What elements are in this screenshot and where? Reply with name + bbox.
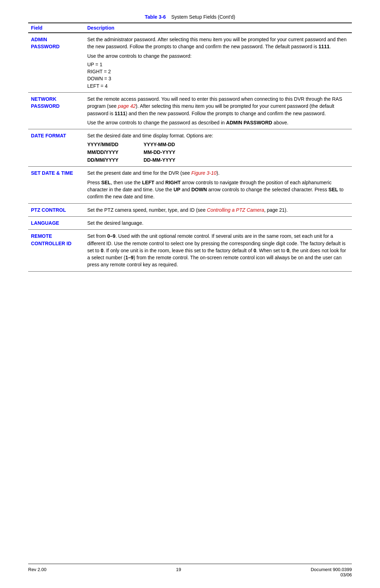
format-opt-1: YYYY/MM/DD bbox=[87, 141, 144, 148]
admin-desc-p1: Set the administrator password. After se… bbox=[87, 36, 349, 50]
field-name-set-date-time: SET DATE & TIME bbox=[31, 170, 73, 176]
footer-page: 19 bbox=[176, 567, 181, 577]
admin-arrow-controls: UP = 1 RIGHT = 2 DOWN = 3 LEFT = 4 bbox=[87, 61, 349, 89]
field-name-language: LANGUAGE bbox=[31, 220, 59, 226]
default-0-1: 0 bbox=[101, 248, 103, 253]
format-opt-3: MM/DD/YYYY bbox=[87, 149, 144, 156]
network-default-pw: 1111 bbox=[115, 111, 126, 116]
description-cell-language: Set the desired language. bbox=[84, 216, 352, 229]
set-date-p1: Set the present date and time for the DV… bbox=[87, 169, 349, 177]
admin-desc-p2: Use the arrow controls to change the pas… bbox=[87, 52, 349, 60]
table-number: Table 3-6 bbox=[145, 14, 166, 20]
ptz-camera-link[interactable]: Controlling a PTZ Camera bbox=[207, 207, 264, 213]
table-title-text: System Setup Fields (Cont'd) bbox=[167, 14, 235, 20]
remote-desc: Set from 0–9. Used with the unit optiona… bbox=[87, 233, 349, 268]
sel-ref-1: SEL bbox=[101, 180, 111, 185]
table-row: LANGUAGE Set the desired language. bbox=[28, 216, 352, 229]
field-name-remote-controller-id: REMOTECONTROLLER ID bbox=[31, 233, 71, 246]
table-row: PTZ CONTROL Set the PTZ camera speed, nu… bbox=[28, 203, 352, 216]
footer-doc-number: Document 900.0399 bbox=[311, 567, 352, 572]
footer-doc-date: 03/06 bbox=[340, 572, 352, 577]
date-format-options: YYYY/MM/DD YYYY-MM-DD MM/DD/YYYY MM-DD-Y… bbox=[87, 141, 349, 164]
format-opt-4: MM-DD-YYYY bbox=[144, 149, 200, 156]
main-table: Field Description ADMINPASSWORD Set the … bbox=[28, 23, 352, 272]
table-row: DATE FORMAT Set the desired date and tim… bbox=[28, 129, 352, 167]
footer-rev: Rev 2.00 bbox=[28, 567, 46, 577]
up-ref: UP bbox=[173, 187, 180, 192]
sel-ref-2: SEL bbox=[329, 187, 338, 192]
field-cell: NETWORKPASSWORD bbox=[28, 93, 84, 129]
table-row: NETWORKPASSWORD Set the remote access pa… bbox=[28, 93, 352, 129]
network-desc-p1: Set the remote access password. You will… bbox=[87, 95, 349, 117]
field-cell: REMOTECONTROLLER ID bbox=[28, 230, 84, 271]
admin-password-ref: ADMIN PASSWORD bbox=[226, 120, 272, 125]
field-name-date-format: DATE FORMAT bbox=[31, 133, 66, 138]
down-ref: DOWN bbox=[191, 187, 207, 192]
field-cell: PTZ CONTROL bbox=[28, 203, 84, 216]
page-footer: Rev 2.00 19 Document 900.0399 03/06 bbox=[28, 564, 352, 577]
col-header-description: Description bbox=[84, 23, 352, 33]
description-cell-remote: Set from 0–9. Used with the unit optiona… bbox=[84, 230, 352, 271]
field-name-admin-password: ADMINPASSWORD bbox=[31, 37, 59, 49]
set-date-p2: Press SEL, then use the LEFT and RIGHT a… bbox=[87, 179, 349, 200]
description-cell-network: Set the remote access password. You will… bbox=[84, 93, 352, 129]
table-row: REMOTECONTROLLER ID Set from 0–9. Used w… bbox=[28, 230, 352, 271]
field-cell: LANGUAGE bbox=[28, 216, 84, 229]
table-row: ADMINPASSWORD Set the administrator pass… bbox=[28, 33, 352, 93]
table-title: Table 3-6 System Setup Fields (Cont'd) bbox=[28, 14, 352, 20]
description-cell-set-date: Set the present date and time for the DV… bbox=[84, 167, 352, 203]
right-ref: RIGHT bbox=[165, 180, 181, 185]
left-ref: LEFT bbox=[142, 180, 154, 185]
col-header-field: Field bbox=[28, 23, 84, 33]
figure310-link[interactable]: Figure 3-10 bbox=[191, 170, 217, 176]
language-desc: Set the desired language. bbox=[87, 219, 349, 227]
field-cell: DATE FORMAT bbox=[28, 129, 84, 167]
field-name-ptz-control: PTZ CONTROL bbox=[31, 207, 66, 213]
default-0-2: 0 bbox=[253, 248, 256, 253]
page42-link[interactable]: page 42 bbox=[118, 103, 136, 109]
default-0-3: 0 bbox=[287, 248, 290, 253]
field-cell: SET DATE & TIME bbox=[28, 167, 84, 203]
ptz-desc: Set the PTZ camera speed, number, type, … bbox=[87, 206, 349, 213]
network-desc-p2: Use the arrow controls to change the pas… bbox=[87, 119, 349, 126]
format-opt-2: YYYY-MM-DD bbox=[144, 141, 200, 148]
field-cell: ADMINPASSWORD bbox=[28, 33, 84, 93]
description-cell-date-format: Set the desired date and time display fo… bbox=[84, 129, 352, 167]
description-cell-ptz: Set the PTZ camera speed, number, type, … bbox=[84, 203, 352, 216]
date-format-intro: Set the desired date and time display fo… bbox=[87, 132, 349, 139]
description-cell-admin: Set the administrator password. After se… bbox=[84, 33, 352, 93]
range-1-9: 1–9 bbox=[125, 255, 133, 260]
admin-default-pw: 1111 bbox=[318, 44, 329, 49]
table-row: SET DATE & TIME Set the present date and… bbox=[28, 167, 352, 203]
range-0-9: 0–9 bbox=[107, 233, 115, 239]
footer-doc: Document 900.0399 03/06 bbox=[311, 567, 352, 577]
field-name-network-password: NETWORKPASSWORD bbox=[31, 96, 59, 109]
format-opt-6: DD-MM-YYYY bbox=[144, 156, 200, 163]
format-opt-5: DD/MM/YYYY bbox=[87, 156, 144, 163]
